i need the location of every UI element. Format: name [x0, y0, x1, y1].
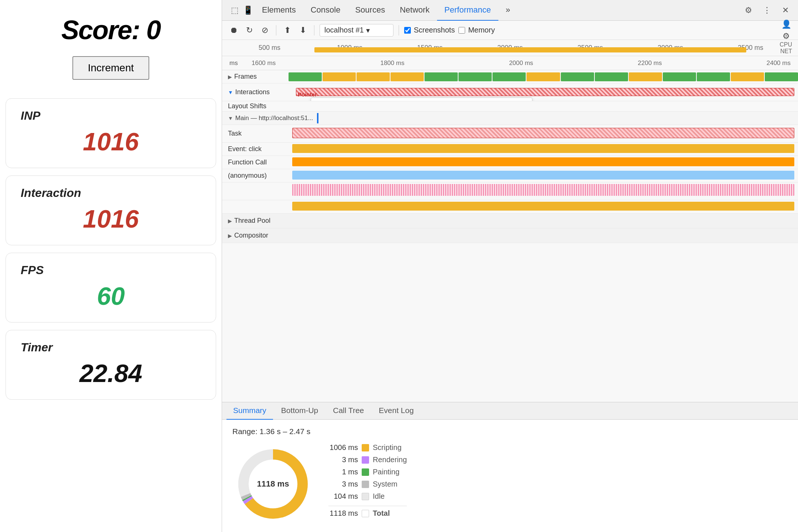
metric-card-inp: INP 1016: [6, 98, 216, 168]
frame-15: [765, 72, 798, 81]
toolbar-separator-2: [314, 25, 314, 35]
compositor-track-content: [289, 228, 798, 243]
frames-label-text: Frames: [234, 73, 257, 81]
thread-pool-chevron-icon[interactable]: ▶: [228, 218, 232, 224]
legend-total-dot: [362, 510, 369, 517]
tab-performance[interactable]: Performance: [437, 0, 498, 21]
refresh-record-icon[interactable]: ↻: [243, 24, 255, 36]
toolbar-user-icon[interactable]: 👤: [780, 18, 792, 30]
thread-pool-track-content: [289, 214, 798, 228]
tab-more[interactable]: »: [498, 0, 518, 21]
thread-pool-label-text: Thread Pool: [234, 217, 270, 225]
metric-value-inp: 1016: [21, 127, 201, 156]
frame-14: [731, 72, 764, 81]
summary-legend: 1006 ms Scripting 3 ms Rendering 1 ms Pa…: [328, 443, 407, 518]
yellow-bar: [292, 202, 794, 211]
compositor-chevron-icon[interactable]: ▶: [228, 233, 232, 239]
function-call-bar: [292, 157, 794, 166]
left-panel: Score: 0 Increment INP 1016 Interaction …: [0, 0, 222, 532]
frame-4: [391, 72, 424, 81]
cpu-bar: [314, 47, 746, 52]
compositor-label-text: Compositor: [234, 232, 268, 239]
clear-icon[interactable]: ⊘: [259, 24, 271, 36]
bottom-tabs: Summary Bottom-Up Call Tree Event Log: [222, 402, 798, 420]
frame-10: [595, 72, 628, 81]
memory-checkbox[interactable]: [458, 27, 465, 34]
ruler2-ms-label: ms: [229, 59, 252, 67]
layout-shifts-track-content: [289, 101, 798, 111]
legend-rendering-dot: [362, 456, 369, 464]
record-icon[interactable]: ⏺: [228, 24, 240, 36]
tab-console[interactable]: Console: [303, 0, 348, 21]
screenshots-label: Screenshots: [414, 26, 455, 34]
frame-7: [492, 72, 526, 81]
screenshots-checkbox[interactable]: [404, 27, 411, 34]
frame-2: [323, 72, 356, 81]
event-click-track-row: Event: click: [222, 143, 798, 156]
pink-track-content: [289, 183, 798, 200]
thread-pool-track-label: ▶ Thread Pool: [222, 217, 289, 225]
devtools-topbar: ⬚ 📱 Elements Console Sources Network Per…: [222, 0, 798, 21]
url-bar[interactable]: localhost #1 ▾: [320, 24, 393, 37]
summary-panel: Range: 1.36 s – 2.47 s: [222, 420, 798, 532]
legend-total-name: Total: [373, 509, 390, 518]
bottom-tab-summary[interactable]: Summary: [226, 402, 273, 420]
tab-network[interactable]: Network: [392, 0, 437, 21]
layout-shifts-track-label: Layout Shifts: [222, 102, 289, 110]
url-dropdown-icon[interactable]: ▾: [366, 26, 370, 35]
pink-track-row: [222, 183, 798, 200]
bottom-tab-bottom-up[interactable]: Bottom-Up: [274, 402, 325, 420]
pointer-interaction-bar[interactable]: Pointer: [296, 88, 794, 96]
settings-icon[interactable]: ⚙: [742, 4, 755, 17]
interaction-tooltip: 1.02 s Pointer Long interaction is indic…: [311, 98, 532, 101]
event-click-track-label: Event: click: [222, 145, 289, 153]
tick-2200: 2200 ms: [638, 59, 662, 67]
tab-elements[interactable]: Elements: [255, 0, 303, 21]
frame-1: [289, 72, 322, 81]
compositor-row: ▶ Compositor: [222, 228, 798, 243]
bottom-tab-event-log[interactable]: Event Log: [372, 402, 420, 420]
ruler-label-500: 500 ms: [229, 44, 310, 52]
anonymous-bar: [292, 171, 794, 180]
timeline-ruler-top: 500 ms 1000 ms 1500 ms 2000 ms 2500 ms 3…: [222, 40, 798, 56]
timeline-ruler2: ms 1600 ms 1800 ms 2000 ms 2200 ms 2400 …: [222, 56, 798, 70]
legend-system-dot: [362, 481, 369, 488]
main-chevron-icon[interactable]: ▼: [228, 115, 233, 121]
upload-icon[interactable]: ⬆: [282, 24, 293, 36]
toolbar-separator-3: [399, 25, 399, 35]
metric-label-inp: INP: [21, 109, 201, 123]
cpu-net-labels: CPU NET: [780, 41, 792, 55]
net-label: NET: [780, 48, 792, 55]
task-track-content: [289, 125, 798, 142]
devtools-tab-icons: ⚙ ⋮ ✕: [742, 4, 792, 17]
device-icon[interactable]: 📱: [241, 4, 255, 17]
track-area[interactable]: ▶ Frames: [222, 70, 798, 402]
interactions-inner: Pointer 1.02 s Pointer Long interaction …: [289, 83, 798, 101]
event-click-label-text: Event: click: [228, 145, 262, 153]
close-icon[interactable]: ✕: [779, 4, 792, 17]
pink-bar: [292, 184, 794, 196]
anonymous-label-text: (anonymous): [228, 172, 267, 180]
tab-sources[interactable]: Sources: [348, 0, 392, 21]
frames-chevron-icon[interactable]: ▶: [228, 74, 232, 80]
legend-scripting-dot: [362, 444, 369, 451]
legend-painting-dot: [362, 468, 369, 476]
frame-5: [424, 72, 458, 81]
legend-row-rendering: 3 ms Rendering: [328, 456, 407, 464]
task-bar: [292, 128, 794, 138]
interactions-chevron-icon[interactable]: ▼: [228, 89, 233, 95]
bottom-tab-call-tree[interactable]: Call Tree: [326, 402, 371, 420]
legend-row-scripting: 1006 ms Scripting: [328, 443, 407, 452]
metric-card-timer: Timer 22.84: [6, 330, 216, 400]
inspect-icon[interactable]: ⬚: [228, 4, 241, 17]
overflow-icon[interactable]: ⋮: [760, 4, 774, 17]
metric-value-timer: 22.84: [21, 359, 201, 388]
download-icon[interactable]: ⬇: [297, 24, 309, 36]
increment-button[interactable]: Increment: [72, 56, 150, 80]
devtools-toolbar: ⏺ ↻ ⊘ ⬆ ⬇ localhost #1 ▾ Screenshots Mem…: [222, 21, 798, 40]
timeline-main: ms 1600 ms 1800 ms 2000 ms 2200 ms 2400 …: [222, 56, 798, 402]
event-click-bar: [292, 144, 794, 153]
toolbar-right-icons: 👤 ⚙: [780, 18, 792, 42]
interactions-track-content: Pointer 1.02 s Pointer Long interaction …: [289, 83, 798, 101]
interactions-track-row: ▼ Interactions Pointer 1.02 s Poin: [222, 83, 798, 101]
